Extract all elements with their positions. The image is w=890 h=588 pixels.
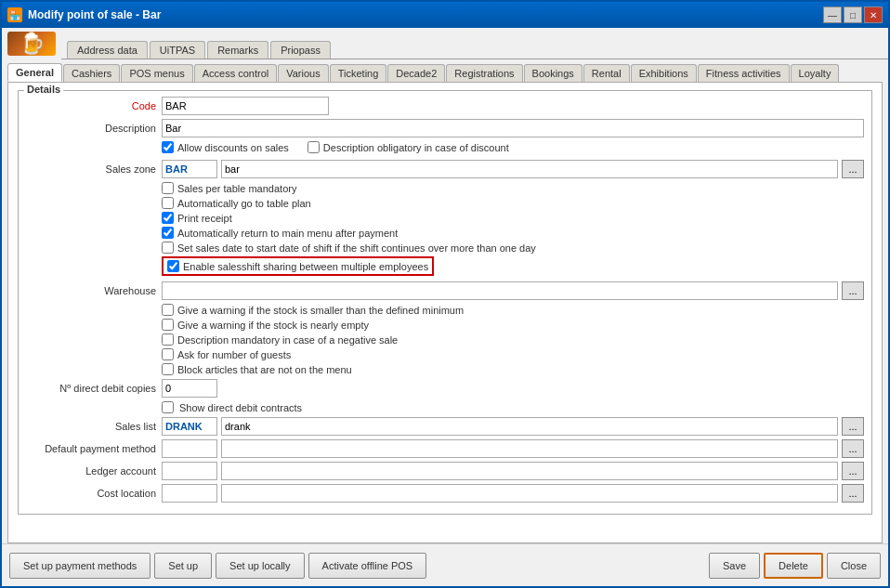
cost-location-name-input[interactable] [221,484,838,503]
sales-zone-code-input[interactable] [162,160,217,178]
maximize-button[interactable]: □ [844,7,862,23]
default-payment-name-input[interactable] [221,439,838,458]
save-button[interactable]: Save [709,553,760,579]
ledger-account-code-input[interactable] [162,462,217,480]
sales-per-table-checkbox[interactable] [162,182,174,194]
tab-registrations[interactable]: Registrations [446,64,522,82]
warning-stock-empty-label: Give a warning if the stock is nearly em… [177,320,369,331]
bottom-buttons: Set up payment methods Set up Set up loc… [2,543,888,586]
default-payment-label: Default payment method [26,443,156,454]
delete-button[interactable]: Delete [764,553,823,579]
ledger-account-name-input[interactable] [221,462,838,480]
debit-copies-row: Nº direct debit copies [26,379,864,398]
default-payment-code-input[interactable] [162,439,217,458]
sales-list-label: Sales list [26,421,156,432]
window-close-button[interactable]: ✕ [864,7,883,23]
top-tabs: Address data UiTPAS Remarks Priopass [61,37,888,59]
sales-list-code-input[interactable] [162,417,217,436]
sales-zone-browse-button[interactable]: ... [842,160,864,178]
allow-discounts-label: Allow discounts on sales [177,142,289,153]
description-label: Description [26,123,156,134]
show-debit-row: Show direct debit contracts [162,401,864,413]
allow-discounts-checkbox[interactable] [162,141,174,153]
tab-bookings[interactable]: Bookings [524,64,582,82]
auto-return-label: Automatically return to main menu after … [177,228,398,239]
warning-stock-empty-checkbox[interactable] [162,319,174,331]
tab-ticketing[interactable]: Ticketing [330,64,387,82]
allow-discounts-row: Allow discounts on sales [162,141,289,153]
tab-priopass[interactable]: Priopass [270,41,331,59]
tab-cashiers[interactable]: Cashiers [63,64,120,82]
ask-guests-row: Ask for number of guests [162,348,864,360]
setup-button[interactable]: Set up [154,553,212,579]
tab-decade2[interactable]: Decade2 [387,64,445,82]
details-group-title: Details [24,84,63,95]
print-receipt-checkbox[interactable] [162,212,174,224]
tab-pos-menus[interactable]: POS menus [121,64,192,82]
default-payment-row: Default payment method ... [26,439,864,458]
cost-location-browse-button[interactable]: ... [842,484,864,503]
description-row: Description [26,119,864,137]
tab-uitpas[interactable]: UiTPAS [150,41,205,59]
show-debit-label: Show direct debit contracts [179,402,302,413]
window-icon: 🏪 [7,7,22,22]
logo-area: 🍺 [7,32,56,56]
sales-list-row: Sales list ... [26,417,864,436]
window-title: Modify point of sale - Bar [28,8,161,21]
setup-locally-button[interactable]: Set up locally [216,553,304,579]
debit-copies-input[interactable] [162,379,217,398]
tab-general[interactable]: General [7,63,62,82]
title-bar: 🏪 Modify point of sale - Bar — □ ✕ [2,2,888,28]
main-window: 🏪 Modify point of sale - Bar — □ ✕ 🍺 Add… [0,0,890,588]
set-sales-date-checkbox[interactable] [162,242,174,254]
sales-zone-name-input[interactable] [221,160,838,178]
tab-remarks[interactable]: Remarks [207,41,268,59]
auto-table-plan-label: Automatically go to table plan [177,198,311,209]
auto-return-checkbox[interactable] [162,227,174,239]
description-obligatory-checkbox[interactable] [308,141,320,153]
desc-mandatory-neg-row: Description mandatory in case of a negat… [162,333,864,346]
activate-offline-pos-button[interactable]: Activate offline POS [308,553,427,579]
tab-exhibitions[interactable]: Exhibitions [631,64,697,82]
description-input[interactable] [162,119,864,137]
tab-loyalty[interactable]: Loyalty [791,64,840,82]
tab-access-control[interactable]: Access control [194,64,278,82]
desc-obligatory-label: Description obligatory in case of discou… [323,142,509,153]
auto-table-plan-checkbox[interactable] [162,197,174,209]
sales-per-table-label: Sales per table mandatory [177,183,296,194]
secondary-tabs: General Cashiers POS menus Access contro… [7,63,883,82]
minimize-button[interactable]: — [823,7,842,23]
block-articles-checkbox[interactable] [162,363,174,375]
default-payment-browse-button[interactable]: ... [842,439,864,458]
warning-stock-min-checkbox[interactable] [162,304,174,316]
ledger-account-label: Ledger account [26,465,156,477]
auto-return-row: Automatically return to main menu after … [162,227,864,239]
tab-address-data[interactable]: Address data [67,41,148,59]
bottom-left-buttons: Set up payment methods Set up Set up loc… [9,553,426,579]
cost-location-code-input[interactable] [162,484,217,503]
sales-per-table-row: Sales per table mandatory [162,182,864,194]
tab-content-general: Details Code Description Allow [7,82,883,543]
close-button[interactable]: Close [827,553,881,579]
desc-mandatory-neg-checkbox[interactable] [162,333,174,346]
sales-list-browse-button[interactable]: ... [842,417,864,436]
tab-rental[interactable]: Rental [583,64,630,82]
enable-salesshift-checkbox[interactable] [167,260,179,272]
code-input[interactable] [162,97,329,115]
stock-checkboxes: Give a warning if the stock is smaller t… [162,304,864,375]
sales-list-name-input[interactable] [221,417,838,436]
ask-guests-checkbox[interactable] [162,348,174,360]
main-checkboxes: Sales per table mandatory Automatically … [162,182,864,276]
tab-various[interactable]: Various [278,64,328,82]
tab-fitness[interactable]: Fitness activities [698,64,790,82]
ledger-account-browse-button[interactable]: ... [842,462,864,480]
warehouse-browse-button[interactable]: ... [842,281,864,300]
ask-guests-label: Ask for number of guests [177,349,291,360]
warning-stock-min-row: Give a warning if the stock is smaller t… [162,304,864,316]
setup-payment-methods-button[interactable]: Set up payment methods [9,553,151,579]
warehouse-row: Warehouse ... [26,281,864,300]
show-debit-checkbox[interactable] [162,401,174,413]
warehouse-input[interactable] [162,281,838,300]
block-articles-label: Block articles that are not on the menu [177,364,352,375]
print-receipt-label: Print receipt [177,213,232,224]
